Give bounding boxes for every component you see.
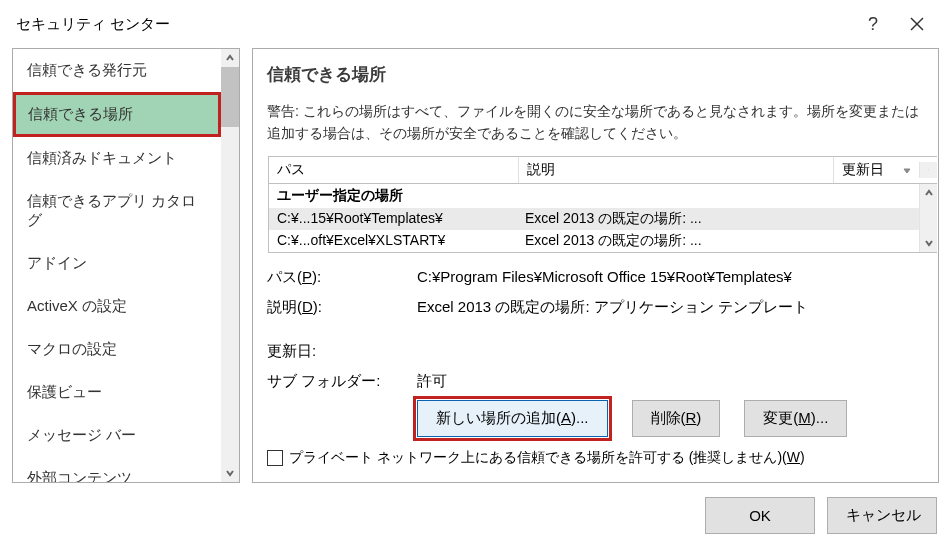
detail-desc-value: Excel 2013 の既定の場所: アプリケーション テンプレート bbox=[417, 292, 924, 322]
cell-desc: Excel 2013 の既定の場所: ... bbox=[525, 210, 911, 228]
locations-table: パス 説明 更新日 ユーザー指定の場所 C:¥...15¥Root¥Templa… bbox=[267, 155, 938, 254]
sidebar-item-label: アドイン bbox=[27, 254, 87, 271]
sidebar-item-addins[interactable]: アドイン bbox=[13, 242, 221, 285]
sidebar-list: 信頼できる発行元 信頼できる場所 信頼済みドキュメント 信頼できるアプリ カタロ… bbox=[13, 49, 221, 482]
close-icon[interactable] bbox=[895, 2, 939, 46]
remove-location-button[interactable]: 削除(R) bbox=[632, 400, 721, 437]
detail-path-label: パス(P): bbox=[267, 262, 417, 292]
add-location-button[interactable]: 新しい場所の追加(A)... bbox=[417, 400, 608, 437]
detail-path-value: C:¥Program Files¥Microsoft Office 15¥Roo… bbox=[417, 262, 924, 292]
location-details: パス(P): C:¥Program Files¥Microsoft Office… bbox=[267, 262, 938, 396]
sidebar-item-trusted-publishers[interactable]: 信頼できる発行元 bbox=[13, 49, 221, 92]
sidebar-scrollbar[interactable] bbox=[221, 49, 239, 482]
sidebar-item-label: ActiveX の設定 bbox=[27, 297, 127, 314]
scroll-thumb[interactable] bbox=[221, 67, 239, 127]
sidebar-item-message-bar[interactable]: メッセージ バー bbox=[13, 414, 221, 457]
sidebar-item-label: 信頼できる場所 bbox=[28, 105, 133, 122]
ok-button[interactable]: OK bbox=[705, 497, 815, 534]
table-header-scroll-gap bbox=[919, 162, 937, 178]
cancel-button[interactable]: キャンセル bbox=[827, 497, 937, 534]
detail-updated-value bbox=[417, 336, 924, 366]
table-scrollbar[interactable] bbox=[919, 184, 937, 252]
detail-subfolder-value: 許可 bbox=[417, 366, 924, 396]
scroll-up-icon[interactable] bbox=[920, 184, 937, 202]
sidebar-item-label: 外部コンテンツ bbox=[27, 469, 132, 482]
allow-network-locations-checkbox[interactable]: プライベート ネットワーク上にある信頼できる場所を許可する (推奨しません)(W… bbox=[267, 449, 938, 467]
content-heading: 信頼できる場所 bbox=[267, 63, 938, 86]
cell-desc: Excel 2013 の既定の場所: ... bbox=[525, 232, 911, 250]
column-header-path[interactable]: パス bbox=[269, 157, 519, 183]
checkbox-label: プライベート ネットワーク上にある信頼できる場所を許可する (推奨しません)(W… bbox=[289, 449, 805, 467]
sidebar: 信頼できる発行元 信頼できる場所 信頼済みドキュメント 信頼できるアプリ カタロ… bbox=[12, 48, 240, 483]
table-row[interactable]: C:¥...oft¥Excel¥XLSTART¥ Excel 2013 の既定の… bbox=[269, 230, 919, 252]
sidebar-item-trusted-documents[interactable]: 信頼済みドキュメント bbox=[13, 137, 221, 180]
cell-path: C:¥...15¥Root¥Templates¥ bbox=[277, 210, 525, 228]
cell-path: C:¥...oft¥Excel¥XLSTART¥ bbox=[277, 232, 525, 250]
dialog-title: セキュリティ センター bbox=[16, 15, 851, 34]
scroll-up-icon[interactable] bbox=[221, 49, 239, 67]
content-warning-text: 警告: これらの場所はすべて、ファイルを開くのに安全な場所であると見なされます。… bbox=[267, 100, 938, 145]
sidebar-item-label: 保護ビュー bbox=[27, 383, 102, 400]
detail-updated-label: 更新日: bbox=[267, 336, 417, 366]
sidebar-item-label: マクロの設定 bbox=[27, 340, 117, 357]
sidebar-item-label: メッセージ バー bbox=[27, 426, 136, 443]
sidebar-item-activex-settings[interactable]: ActiveX の設定 bbox=[13, 285, 221, 328]
table-row[interactable]: C:¥...15¥Root¥Templates¥ Excel 2013 の既定の… bbox=[269, 208, 919, 230]
sidebar-item-label: 信頼できる発行元 bbox=[27, 61, 147, 78]
sort-descending-icon bbox=[903, 162, 911, 178]
sidebar-item-trusted-locations[interactable]: 信頼できる場所 bbox=[13, 92, 221, 137]
sidebar-item-trusted-app-catalogs[interactable]: 信頼できるアプリ カタログ bbox=[13, 180, 221, 242]
column-header-description[interactable]: 説明 bbox=[519, 157, 834, 183]
detail-subfolder-label: サブ フォルダー: bbox=[267, 366, 417, 396]
sidebar-item-label: 信頼済みドキュメント bbox=[27, 149, 177, 166]
sidebar-item-protected-view[interactable]: 保護ビュー bbox=[13, 371, 221, 414]
table-group-header: ユーザー指定の場所 bbox=[269, 184, 919, 208]
scroll-down-icon[interactable] bbox=[221, 464, 239, 482]
help-icon[interactable]: ? bbox=[851, 2, 895, 46]
detail-desc-label: 説明(D): bbox=[267, 292, 417, 322]
table-header: パス 説明 更新日 bbox=[268, 156, 937, 184]
modify-location-button[interactable]: 変更(M)... bbox=[744, 400, 847, 437]
svg-marker-2 bbox=[904, 169, 910, 173]
sidebar-item-label: 信頼できるアプリ カタログ bbox=[27, 192, 196, 228]
content-pane: 信頼できる場所 警告: これらの場所はすべて、ファイルを開くのに安全な場所である… bbox=[252, 48, 939, 483]
column-header-updated[interactable]: 更新日 bbox=[834, 157, 919, 183]
title-bar: セキュリティ センター ? bbox=[0, 0, 951, 48]
scroll-down-icon[interactable] bbox=[920, 234, 937, 252]
scroll-track[interactable] bbox=[920, 202, 937, 234]
checkbox-icon[interactable] bbox=[267, 450, 283, 466]
location-buttons: 新しい場所の追加(A)... 削除(R) 変更(M)... bbox=[267, 400, 938, 437]
dialog-footer: OK キャンセル bbox=[0, 483, 951, 534]
sidebar-item-macro-settings[interactable]: マクロの設定 bbox=[13, 328, 221, 371]
scroll-track[interactable] bbox=[221, 127, 239, 464]
sidebar-item-external-content[interactable]: 外部コンテンツ bbox=[13, 457, 221, 482]
